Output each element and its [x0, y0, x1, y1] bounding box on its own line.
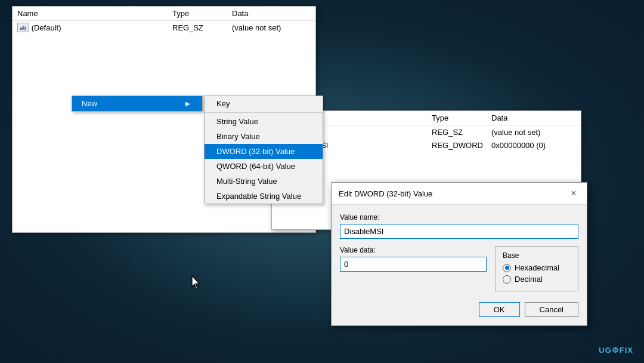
submenu-arrow-icon: ▶	[185, 100, 190, 107]
context-menu[interactable]: New ▶	[72, 96, 203, 112]
row-type: REG_SZ	[172, 23, 232, 32]
row-type-disablemsi: REG_DWORD	[432, 141, 491, 150]
watermark-icon: ⚙	[612, 346, 620, 355]
ab-icon: ab	[17, 23, 29, 32]
radio-hexadecimal[interactable]: Hexadecimal	[503, 263, 571, 272]
radio-decimal[interactable]: Decimal	[503, 275, 571, 284]
dialog-close-button[interactable]: ×	[568, 187, 580, 199]
value-data-label: Value data:	[340, 246, 487, 254]
col-type-header-2: Type	[432, 113, 491, 122]
menu-separator	[205, 112, 323, 113]
col-type-header: Type	[172, 9, 232, 18]
dialog-titlebar: Edit DWORD (32-bit) Value ×	[332, 183, 587, 205]
value-name-input[interactable]	[340, 224, 578, 239]
watermark-text2: FIX	[620, 346, 633, 355]
row-data: (value not set)	[232, 23, 311, 32]
submenu-new[interactable]: Key String Value Binary Value DWORD (32-…	[204, 96, 323, 204]
value-name-label: Value name:	[340, 213, 578, 222]
col-data-header: Data	[232, 9, 311, 18]
submenu-item-qword[interactable]: QWORD (64-bit) Value	[205, 159, 323, 174]
radio-dec-circle	[503, 275, 511, 284]
submenu-item-string[interactable]: String Value	[205, 114, 323, 129]
menu-item-new[interactable]: New ▶	[72, 96, 202, 111]
row-type-default: REG_SZ	[432, 128, 491, 137]
submenu-item-expandable[interactable]: Expandable String Value	[205, 189, 323, 204]
dialog-title-text: Edit DWORD (32-bit) Value	[339, 189, 432, 198]
dialog-left-col: Value data:	[340, 246, 487, 291]
watermark: UG⚙FIX	[599, 346, 633, 355]
dialog-data-row: Value data: Base Hexadecimal Decimal	[340, 246, 578, 291]
radio-hex-label: Hexadecimal	[515, 263, 559, 272]
col-data-header-2: Data	[491, 113, 576, 122]
ok-button[interactable]: OK	[479, 302, 520, 317]
dialog-buttons: OK Cancel	[340, 299, 578, 319]
cancel-button[interactable]: Cancel	[525, 302, 578, 317]
row-name: ab (Default)	[17, 23, 172, 32]
watermark-text1: UG	[599, 346, 612, 355]
value-data-input[interactable]	[340, 257, 487, 272]
edit-dword-dialog: Edit DWORD (32-bit) Value × Value name: …	[331, 182, 587, 326]
base-label: Base	[503, 251, 571, 260]
table-row[interactable]: ab (Default) REG_SZ (value not set)	[13, 21, 315, 34]
dialog-body: Value name: Value data: Base Hexadecimal…	[332, 205, 587, 325]
svg-marker-0	[192, 276, 199, 289]
radio-dec-label: Decimal	[515, 275, 543, 284]
radio-hex-circle	[503, 264, 511, 272]
submenu-item-dword[interactable]: DWORD (32-bit) Value	[205, 144, 323, 159]
submenu-item-key[interactable]: Key	[205, 96, 323, 111]
row-data-default: (value not set)	[491, 128, 576, 137]
radio-hex-dot	[505, 266, 509, 270]
table-header: Name Type Data	[13, 7, 315, 21]
row-data-disablemsi: 0x00000000 (0)	[491, 141, 576, 150]
mouse-cursor	[191, 275, 203, 294]
submenu-item-multistring[interactable]: Multi-String Value	[205, 174, 323, 189]
base-group: Base Hexadecimal Decimal	[495, 246, 578, 291]
submenu-item-binary[interactable]: Binary Value	[205, 129, 323, 144]
col-name-header: Name	[17, 9, 172, 18]
